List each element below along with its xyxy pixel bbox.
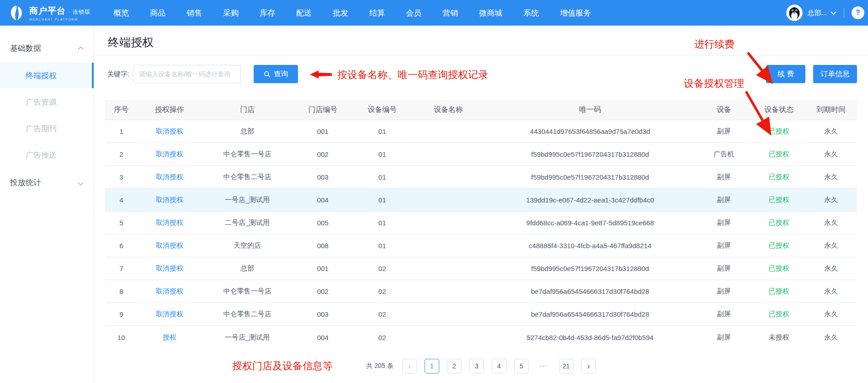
auth-action-link[interactable]: 取消授权 (156, 241, 183, 250)
sidebar-item[interactable]: 广告资源 (0, 89, 94, 115)
user-name[interactable]: 总部... (807, 9, 827, 17)
table-header-row: 序号授权操作门店门店编号设备编号设备名称唯一码设备设备状态到期时间 (105, 100, 857, 120)
auth-action-link[interactable]: 取消授权 (156, 287, 183, 296)
cell-status: 已授权 (752, 287, 805, 296)
nav-item[interactable]: 会员 (406, 8, 421, 18)
page-title: 终端授权 (108, 36, 154, 48)
table-row: 2 取消授权 中仑零售一号店 002 01 f59bd995c0e57f1967… (105, 143, 857, 166)
cell-uid: f59bd995c0e57f1967204317b312880d (485, 150, 696, 158)
sidebar-item[interactable]: 广告期刊 (0, 116, 94, 141)
cell-store: 中仑零售二号店 (202, 173, 293, 181)
page-number-list: 12345•••21 (425, 359, 574, 373)
cell-device-type: 副屏 (695, 173, 752, 181)
toolbar-actions: 续 费 订单信息 (766, 65, 857, 83)
nav-item[interactable]: 微商城 (479, 8, 502, 18)
page-number-button[interactable]: 1 (425, 359, 439, 373)
main-content: 终端授权 关键字: 查询 续 费 订单信息 序号授权操作门店门店编号设备编号设备… (94, 26, 868, 383)
cell-store: 总部 (202, 127, 293, 136)
total-count-label: 共 205 条 (366, 362, 393, 370)
topbar: 商户平台 · 连锁版 MERCHANT PLATFORM 概览商品销售采购库存配… (0, 0, 868, 26)
auth-action-link[interactable]: 取消授权 (156, 264, 183, 273)
cell-expire: 永久 (805, 287, 857, 296)
cell-expire: 永久 (805, 310, 857, 319)
cell-store-no: 004 (293, 196, 352, 204)
avatar[interactable] (786, 5, 803, 21)
sidebar-item[interactable]: 终端授权 (0, 63, 94, 88)
page-number-button[interactable]: 4 (492, 359, 506, 373)
auth-action-link[interactable]: 取消授权 (156, 173, 183, 181)
cell-uid: 139dd19c-e067-4d22-aea1-3c427ddfb4c0 (485, 196, 696, 204)
pagination-next-button[interactable]: › (581, 359, 596, 373)
page-number-button[interactable]: 21 (559, 359, 574, 373)
cell-store: 中仑零售一号店 (202, 150, 293, 159)
table-column-header: 门店 (202, 105, 293, 115)
sidebar-item[interactable]: 广告推送 (0, 142, 94, 168)
cell-action: 取消授权 (138, 310, 202, 319)
auth-action-link[interactable]: 取消授权 (156, 196, 183, 204)
cell-device-type: 副屏 (695, 287, 752, 296)
cell-uid: be7daf956a65454666317d30f764bd28 (485, 287, 696, 295)
cell-uid: 9fdd68cc-a069-4ca1-9e87-5d89519ce668 (485, 219, 696, 227)
page-number-button[interactable]: 2 (447, 359, 462, 373)
page-number-button[interactable]: 5 (514, 359, 529, 373)
cell-action: 取消授权 (138, 127, 202, 136)
renew-button[interactable]: 续 费 (766, 65, 805, 83)
sidebar-group-label: 基础数据 (10, 43, 41, 53)
nav-item[interactable]: 批发 (333, 8, 348, 18)
topbar-divider (844, 8, 844, 18)
table-column-header: 到期时间 (805, 105, 857, 115)
nav-item[interactable]: 系统 (523, 8, 539, 18)
cell-index: 4 (105, 196, 138, 204)
cell-action: 取消授权 (138, 150, 202, 159)
nav-item[interactable]: 配送 (296, 8, 312, 18)
cell-store: 二号店_测试用 (202, 218, 293, 227)
table-column-header: 设备名称 (412, 105, 485, 115)
sidebar-group-header[interactable]: 基础数据 (0, 34, 94, 62)
cell-expire: 永久 (805, 127, 857, 136)
nav-item[interactable]: 增值服务 (560, 8, 591, 18)
auth-action-link[interactable]: 取消授权 (156, 310, 183, 319)
nav-item[interactable]: 采购 (223, 8, 239, 18)
cell-index: 6 (105, 242, 138, 250)
page-header: 终端授权 (94, 26, 868, 55)
search-icon (264, 71, 271, 78)
cell-store-no: 004 (293, 334, 352, 341)
table-row: 9 取消授权 中仑零售二号店 003 02 be7daf956a65454666… (105, 303, 857, 326)
logo-title: 商户平台 (29, 5, 66, 17)
cell-status: 已授权 (752, 196, 805, 204)
table-column-header: 序号 (105, 105, 138, 115)
nav-item[interactable]: 库存 (260, 8, 275, 18)
table-column-header: 设备编号 (352, 105, 412, 115)
page-number-button[interactable]: 3 (469, 359, 484, 373)
pagination-ellipsis[interactable]: ••• (537, 359, 551, 373)
chevron-down-icon[interactable] (831, 9, 836, 15)
toolbar: 关键字: 查询 续 费 订单信息 (107, 65, 857, 83)
nav-item[interactable]: 概览 (113, 8, 129, 18)
cell-status: 已授权 (752, 173, 805, 181)
cell-device-type: 副屏 (695, 196, 752, 204)
chevron-icon (78, 46, 84, 52)
cell-device-type: 副屏 (695, 333, 752, 342)
cell-status: 已授权 (752, 150, 805, 159)
cell-store: 一号店_测试用 (202, 196, 293, 204)
order-info-button[interactable]: 订单信息 (813, 65, 857, 83)
auth-action-link[interactable]: 取消授权 (156, 218, 183, 227)
logo[interactable]: 商户平台 · 连锁版 MERCHANT PLATFORM (8, 5, 107, 21)
query-button[interactable]: 查询 (254, 65, 298, 83)
nav-item[interactable]: 结算 (369, 8, 385, 18)
cell-device-no: 02 (352, 310, 412, 318)
cell-store-no: 001 (293, 265, 352, 272)
nav-item[interactable]: 营销 (442, 8, 458, 18)
keyword-label: 关键字: (107, 70, 129, 79)
pagination-prev-button[interactable]: ‹ (402, 359, 417, 373)
nav-item[interactable]: 商品 (150, 8, 165, 18)
sidebar-group-header[interactable]: 投放统计 (0, 169, 94, 196)
help-icon[interactable]: ? (852, 6, 864, 19)
auth-action-link[interactable]: 取消授权 (156, 127, 183, 136)
cell-device-no: 01 (352, 219, 412, 227)
auth-action-link[interactable]: 取消授权 (156, 150, 183, 159)
cell-device-type: 副屏 (695, 218, 752, 227)
nav-item[interactable]: 销售 (186, 8, 202, 18)
search-input[interactable] (133, 65, 241, 83)
auth-action-link[interactable]: 授权 (163, 333, 176, 342)
